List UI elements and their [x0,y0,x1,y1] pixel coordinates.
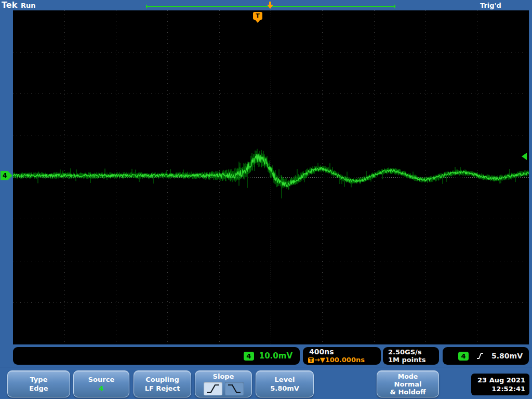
trigger-flag-pointer-icon [255,20,260,23]
mode-value2: & Holdoff [377,388,438,396]
datetime-display: 23 Aug 2021 12:52:41 [471,374,529,395]
source-value: 4 [74,384,129,392]
record-length: 1M points [388,356,435,364]
source-button[interactable]: Source 4 [73,370,129,397]
slope-button[interactable]: Slope [195,370,252,397]
rising-edge-icon[interactable] [204,382,222,395]
channel4-position-marker[interactable]: 4 [1,171,12,180]
sample-rate: 2.50GS/s [388,348,435,356]
coupling-value: LF Reject [134,384,191,392]
trigger-position-marker-icon[interactable] [267,2,274,9]
trigger-slope-icon [476,352,484,360]
source-label: Source [74,376,129,383]
delay-arrows-icon: →▼ [314,356,325,364]
delay-t-icon: T [308,357,314,363]
type-button[interactable]: Type Edge [7,370,70,397]
channel-readout: 4 10.0mV [13,347,300,365]
tek-logo: Tek [2,0,17,10]
record-view-end-tick [394,5,395,8]
date-value: 23 Aug 2021 [475,376,525,384]
level-value: 5.80mV [256,384,313,392]
timebase-scale: 400ns [309,348,377,356]
mode-button[interactable]: Mode Normal & Holdoff [377,370,439,397]
level-label: Level [256,376,313,383]
level-button[interactable]: Level 5.80mV [256,370,314,397]
delay-value: 100.000ns [325,356,365,364]
trigger-status: Trig'd [480,2,501,9]
time-value: 12:52:41 [475,384,525,393]
trigger-level-value: 5.80mV [491,352,523,360]
timebase-readout: 400ns T→▼100.000ns [303,347,381,365]
delay-readout: T→▼100.000ns [308,356,377,364]
mode-label: Mode [377,373,438,380]
trigger-readout: 4 5.80mV [443,347,529,365]
waveform-trace [13,10,529,344]
falling-edge-icon[interactable] [225,382,244,395]
trigger-flag[interactable]: T [253,12,262,20]
mode-value: Normal [377,380,438,388]
scope-display [13,10,529,344]
type-label: Type [8,376,70,383]
trigger-source-badge: 4 [458,352,469,361]
acquisition-status: Run [21,2,36,9]
channel-badge: 4 [244,352,254,361]
channel-scale: 10.0mV [259,351,292,361]
acquisition-readout: 2.50GS/s 1M points [383,347,439,365]
type-value: Edge [8,384,70,392]
record-view-start-tick [146,5,147,8]
slope-label: Slope [195,373,251,380]
trigger-level-arrow-icon[interactable] [522,153,527,160]
coupling-label: Coupling [134,376,191,383]
coupling-button[interactable]: Coupling LF Reject [134,370,191,397]
